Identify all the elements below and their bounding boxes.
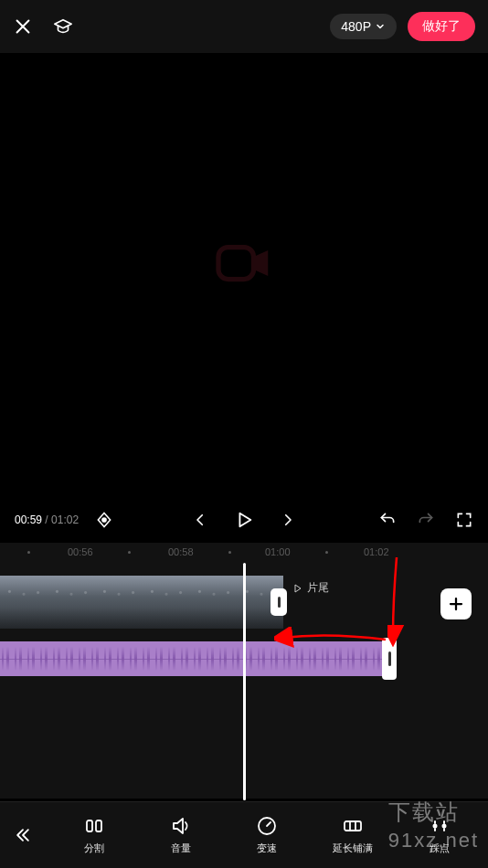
audio-track-end-handle[interactable]: [382, 638, 397, 680]
tool-label: 变速: [257, 842, 277, 855]
svg-point-6: [433, 825, 436, 828]
tool-speed[interactable]: 变速: [238, 815, 296, 855]
audio-track[interactable]: [0, 641, 382, 676]
back-button[interactable]: [0, 802, 46, 868]
fullscreen-icon[interactable]: [455, 511, 473, 529]
tool-label: 分割: [84, 842, 104, 855]
svg-rect-5: [345, 821, 361, 831]
playhead[interactable]: [243, 563, 246, 800]
current-time: 00:59: [15, 513, 42, 526]
time-separator: /: [42, 513, 51, 526]
bottom-toolbar: 分割 音量 变速 延长铺满 踩点: [0, 801, 488, 868]
timeline-ruler: 00:56 00:58 01:00 01:02: [0, 543, 488, 565]
redo-icon[interactable]: [417, 511, 435, 529]
tool-extend[interactable]: 延长铺满: [324, 815, 382, 855]
close-icon[interactable]: [13, 16, 33, 37]
header-bar: 480P 做好了: [0, 0, 488, 53]
tool-label: 音量: [171, 842, 191, 855]
beat-icon: [429, 815, 451, 837]
next-frame-icon[interactable]: [280, 512, 296, 528]
svg-point-1: [102, 518, 106, 522]
video-preview[interactable]: [0, 128, 488, 402]
ruler-tick: 00:58: [168, 546, 194, 557]
outro-label: 片尾: [307, 580, 329, 596]
done-label: 做好了: [422, 18, 461, 33]
tool-label: 踩点: [430, 842, 450, 855]
done-button[interactable]: 做好了: [408, 12, 475, 41]
svg-rect-3: [96, 820, 101, 831]
keyframe-icon[interactable]: [95, 511, 113, 529]
undo-icon[interactable]: [378, 511, 397, 529]
resolution-dropdown[interactable]: 480P: [330, 14, 397, 39]
tool-volume[interactable]: 音量: [152, 815, 210, 855]
education-icon[interactable]: [53, 16, 73, 37]
total-time: 01:02: [51, 513, 79, 526]
tool-beat[interactable]: 踩点: [410, 815, 469, 855]
ruler-tick: 01:00: [265, 546, 291, 557]
time-display: 00:59 / 01:02: [15, 513, 79, 526]
play-icon[interactable]: [234, 510, 254, 530]
camera-watermark-icon: [212, 236, 276, 294]
playback-controls: 00:59 / 01:02: [0, 505, 488, 535]
timeline[interactable]: 00:56 00:58 01:00 01:02 片尾: [0, 543, 488, 799]
svg-point-7: [442, 825, 445, 828]
ruler-tick: 01:02: [364, 546, 389, 557]
extend-icon: [342, 815, 364, 837]
tool-split[interactable]: 分割: [65, 815, 123, 855]
split-icon: [83, 815, 105, 837]
svg-rect-0: [218, 248, 254, 280]
volume-icon: [170, 815, 192, 837]
prev-frame-icon[interactable]: [192, 512, 208, 528]
outro-marker[interactable]: 片尾: [292, 580, 329, 596]
speed-icon: [256, 815, 278, 837]
video-track[interactable]: [0, 576, 283, 629]
tool-label: 延长铺满: [333, 842, 373, 855]
resolution-label: 480P: [341, 19, 371, 34]
svg-rect-2: [87, 820, 92, 831]
video-track-end-handle[interactable]: [271, 588, 287, 616]
add-media-button[interactable]: [440, 588, 472, 619]
ruler-tick: 00:56: [68, 546, 93, 557]
